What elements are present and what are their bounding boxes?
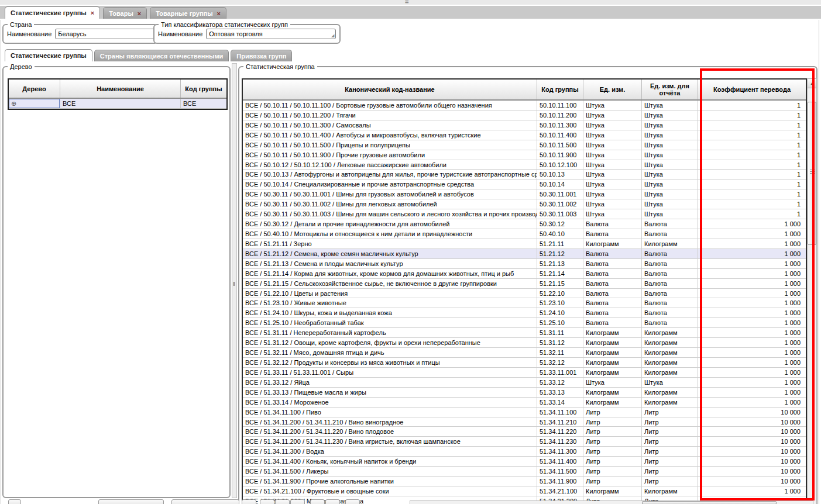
cell-unit-report: Штука — [642, 130, 698, 140]
close-icon[interactable]: × — [91, 10, 94, 16]
close-icon[interactable]: × — [217, 11, 221, 16]
cell-group-code: 50.10.13 — [537, 170, 583, 179]
table-row[interactable]: ВСЕ / 51.32.11 / Мясо, домашняя птица и … — [243, 348, 806, 358]
table-row[interactable]: ВСЕ / 50.30.12 / Детали и прочие принадл… — [243, 219, 806, 229]
cell-canonical-name: ВСЕ / 51.32.11 / Мясо, домашняя птица и … — [243, 348, 537, 357]
table-row[interactable]: ВСЕ / 51.32.12 / Продукты и консервы из … — [243, 358, 806, 368]
table-row[interactable]: ВСЕ / 50.10.11 / 50.10.11.300 / Самосвал… — [243, 120, 806, 130]
table-row[interactable]: ВСЕ / 50.30.11 / 50.30.11.003 / Шины для… — [243, 209, 806, 219]
tree-column-header[interactable]: Дерево — [9, 80, 60, 98]
sub-tab[interactable]: Привязка групп — [231, 50, 292, 61]
panel-splitter[interactable]: ‖ — [232, 63, 237, 498]
cell-canonical-name: ВСЕ / 51.33.13 / Пищевые масла и жиры — [243, 388, 537, 397]
cell-conversion-coefficient: 10 000 — [698, 467, 806, 476]
main-tab[interactable]: Товарные группы× — [150, 7, 226, 19]
main-tab[interactable]: Товары× — [103, 7, 147, 19]
table-row[interactable]: ВСЕ / 50.10.11 / 50.10.11.100 / Бортовые… — [243, 101, 806, 111]
table-row[interactable]: ВСЕ / 51.34.21.100 / Фруктовые и овощные… — [243, 486, 806, 496]
vertical-scrollbar[interactable]: ▲ — [807, 78, 817, 504]
table-row[interactable]: ВСЕ / 51.33.12 / Яйца51.33.12ШтукаШтука1… — [243, 378, 806, 388]
sub-tab[interactable]: Страны являющиеся отечественными — [94, 50, 229, 61]
group-toolbar-button[interactable] — [325, 499, 340, 504]
cell-unit: Килограмм — [583, 348, 642, 357]
table-row[interactable]: ВСЕ / 50.10.12 / 50.10.12.100 / Легковые… — [243, 160, 806, 170]
cell-group-code: 51.34.11.100 — [537, 408, 583, 417]
horizontal-scrollbar-thumb[interactable] — [642, 501, 777, 504]
table-row[interactable]: ВСЕ / 51.24.10 / Шкуры, кожа и выделанна… — [243, 308, 806, 318]
cell-unit: Валюта — [583, 289, 642, 298]
tree-toolbar-button[interactable] — [98, 499, 164, 504]
tree-column-header[interactable]: Код группы — [181, 80, 226, 98]
table-row[interactable]: ВСЕ / 51.34.11.200 / 51.34.11.210 / Вино… — [243, 417, 806, 427]
table-row[interactable]: ВСЕ / 50.10.13 / Автофургоны и автоприце… — [243, 170, 806, 179]
group-toolbar-button[interactable] — [345, 499, 360, 504]
group-column-header[interactable]: Ед. изм. для отчёта — [642, 80, 698, 99]
sub-tab[interactable]: Статистические группы — [5, 49, 92, 61]
table-row[interactable]: ВСЕ / 51.22.10 / Цветы и растения51.22.1… — [243, 289, 806, 299]
tree-toolbar-button[interactable] — [8, 499, 21, 504]
table-row[interactable]: ВСЕ / 51.31.12 / Овощи, кроме картофеля,… — [243, 338, 806, 348]
expand-icon[interactable]: ⊕ — [11, 100, 16, 107]
table-row[interactable]: ВСЕ / 51.25.10 / Необработанный табак51.… — [243, 318, 806, 328]
cell-unit: Штука — [583, 111, 642, 120]
cell-canonical-name: ВСЕ / 51.21.13 / Семена и плоды масличны… — [243, 259, 537, 268]
table-row[interactable]: ВСЕ / 50.10.11 / 50.10.11.900 / Прочие г… — [243, 150, 806, 160]
cell-canonical-name: ВСЕ / 50.10.13 / Автофургоны и автоприце… — [243, 170, 537, 179]
scrollbar-thumb[interactable] — [808, 102, 816, 245]
group-toolbar-button[interactable] — [290, 499, 305, 504]
classifier-name-input[interactable] — [206, 29, 336, 39]
group-column-header[interactable]: Канонический код-название — [243, 80, 537, 99]
table-row[interactable]: ВСЕ / 50.10.11 / 50.10.11.200 / Тягачи50… — [243, 111, 806, 120]
table-row[interactable]: ВСЕ / 51.34.11.400 / Коньяк, коньячный н… — [243, 457, 806, 467]
country-name-input[interactable] — [55, 29, 162, 39]
scroll-up-button[interactable]: ▲ — [808, 79, 816, 88]
table-row[interactable]: ВСЕ / 50.30.11 / 50.30.11.002 / Шины для… — [243, 199, 806, 209]
table-row[interactable]: ВСЕ / 51.21.14 / Корма для животных, кро… — [243, 269, 806, 279]
group-column-header[interactable]: Коэффициент перевода — [698, 80, 806, 99]
table-row[interactable]: ВСЕ / 51.31.11 / Непереработанный картоф… — [243, 328, 806, 338]
table-row[interactable]: ВСЕ / 51.21.13 / Семена и плоды масличны… — [243, 259, 806, 269]
table-row[interactable]: ВСЕ / 51.33.14 / Мороженое51.33.14Килогр… — [243, 398, 806, 408]
tree-column-header[interactable]: Наименование — [60, 80, 181, 98]
tree-row[interactable]: ⊕ВСЕВСЕ — [9, 99, 226, 109]
horizontal-scrollbar[interactable] — [410, 500, 813, 504]
cell-group-code: 50.10.11.100 — [537, 101, 583, 110]
cell-conversion-coefficient: 1 000 — [698, 368, 806, 377]
table-row[interactable]: ВСЕ / 50.10.14 / Специализированные и пр… — [243, 179, 806, 189]
table-row[interactable]: ВСЕ / 51.21.15 / Сельскохозяйственное сы… — [243, 279, 806, 289]
group-column-header[interactable]: Ед. изм. — [583, 80, 642, 99]
group-column-header[interactable]: Код группы — [537, 80, 583, 99]
table-row[interactable]: ВСЕ / 51.34.11.900 / Прочие алкогольные … — [243, 477, 806, 486]
table-row[interactable]: ВСЕ / 51.34.11.300 / Водка51.34.11.300Ли… — [243, 447, 806, 457]
cell-canonical-name: ВСЕ / 51.34.11.100 / Пиво — [243, 408, 537, 417]
cell-conversion-coefficient: 1 000 — [698, 348, 806, 357]
collapse-handle-icon[interactable]: = — [405, 0, 408, 5]
table-row[interactable]: ВСЕ / 51.21.11 / Зерно51.21.11КилограммК… — [243, 239, 806, 249]
cell-unit-report: Валюта — [642, 249, 698, 258]
cell-group-code: 51.34.11.300 — [537, 447, 583, 456]
group-toolbar-button[interactable] — [242, 499, 256, 504]
table-row[interactable]: ВСЕ / 51.23.10 / Живые животные51.23.10В… — [243, 298, 806, 308]
group-toolbar-button[interactable] — [260, 499, 274, 504]
group-toolbar-button[interactable] — [275, 499, 290, 504]
sub-tab-label: Страны являющиеся отечественными — [100, 53, 224, 60]
table-row[interactable]: ВСЕ / 51.34.11.200 / 51.34.11.230 / Вина… — [243, 437, 806, 447]
tree-toolbar-button[interactable] — [171, 499, 239, 504]
main-tab[interactable]: Статистические группы× — [5, 6, 100, 19]
table-row[interactable]: ВСЕ / 51.34.11.100 / Пиво51.34.11.100Лит… — [243, 408, 806, 417]
table-row[interactable]: ВСЕ / 50.30.11 / 50.30.11.001 / Шины для… — [243, 189, 806, 199]
table-row[interactable]: ВСЕ / 51.34.11.200 / 51.34.11.220 / Вино… — [243, 427, 806, 437]
cell-unit: Литр — [583, 437, 642, 446]
cell-conversion-coefficient: 1 000 — [698, 219, 806, 229]
cell-unit-report: Валюта — [642, 259, 698, 268]
cell-unit: Килограмм — [583, 239, 642, 248]
table-row[interactable]: ВСЕ / 50.10.11 / 50.10.11.400 / Автобусы… — [243, 130, 806, 140]
group-toolbar-button[interactable] — [310, 499, 325, 504]
table-row[interactable]: ВСЕ / 51.34.11.500 / Ликеры51.34.11.500Л… — [243, 467, 806, 477]
table-row[interactable]: ВСЕ / 50.40.10 / Мотоциклы и относящиеся… — [243, 229, 806, 239]
table-row[interactable]: ВСЕ / 51.33.13 / Пищевые масла и жиры51.… — [243, 388, 806, 398]
table-row[interactable]: ВСЕ / 51.33.11 / 51.33.11.001 / Сыры51.3… — [243, 368, 806, 378]
close-icon[interactable]: × — [138, 11, 141, 16]
table-row[interactable]: ВСЕ / 50.10.11 / 50.10.11.500 / Прицепы … — [243, 140, 806, 150]
table-row[interactable]: ВСЕ / 51.21.12 / Семена, кроме семян мас… — [243, 249, 806, 259]
